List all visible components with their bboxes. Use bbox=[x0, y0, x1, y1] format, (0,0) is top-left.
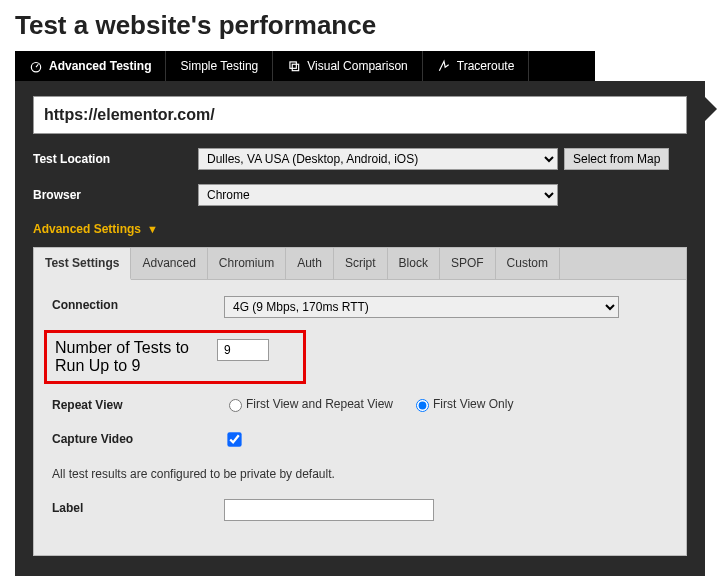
settings-box: Test Settings Advanced Chromium Auth Scr… bbox=[33, 247, 687, 556]
svg-point-0 bbox=[31, 63, 40, 72]
repeat-view-both-radio[interactable] bbox=[229, 399, 242, 412]
route-icon bbox=[437, 59, 451, 73]
repeat-view-first-option[interactable]: First View Only bbox=[411, 396, 513, 412]
tab-label: Advanced Testing bbox=[49, 59, 151, 73]
settings-body: Connection 4G (9 Mbps, 170ms RTT) Number… bbox=[34, 280, 686, 555]
triangle-down-icon: ▼ bbox=[147, 223, 158, 235]
tab-traceroute[interactable]: Traceroute bbox=[423, 51, 530, 81]
advanced-settings-label: Advanced Settings bbox=[33, 222, 141, 236]
repeat-view-group: First View and Repeat View First View On… bbox=[224, 396, 527, 412]
connection-label: Connection bbox=[52, 296, 224, 312]
page-title: Test a website's performance bbox=[15, 10, 720, 41]
capture-video-checkbox[interactable] bbox=[227, 432, 241, 446]
svg-rect-2 bbox=[290, 62, 296, 68]
num-tests-input[interactable] bbox=[217, 339, 269, 361]
repeat-view-first-radio[interactable] bbox=[416, 399, 429, 412]
tab-label: Traceroute bbox=[457, 59, 515, 73]
label-field-label: Label bbox=[52, 499, 224, 515]
subtab-spof[interactable]: SPOF bbox=[440, 248, 496, 279]
copy-icon bbox=[287, 59, 301, 73]
subtab-test-settings[interactable]: Test Settings bbox=[34, 248, 131, 280]
svg-rect-3 bbox=[293, 64, 299, 70]
tab-label: Visual Comparison bbox=[307, 59, 408, 73]
num-tests-label: Number of Tests to Run Up to 9 bbox=[55, 339, 217, 375]
location-select[interactable]: Dulles, VA USA (Desktop, Android, iOS) bbox=[198, 148, 558, 170]
capture-video-label: Capture Video bbox=[52, 430, 224, 446]
tab-visual-comparison[interactable]: Visual Comparison bbox=[273, 51, 423, 81]
advanced-settings-toggle[interactable]: Advanced Settings ▼ bbox=[33, 222, 158, 236]
connection-select[interactable]: 4G (9 Mbps, 170ms RTT) bbox=[224, 296, 619, 318]
location-label: Test Location bbox=[33, 152, 198, 166]
label-input[interactable] bbox=[224, 499, 434, 521]
private-note: All test results are configured to be pr… bbox=[52, 467, 668, 481]
browser-label: Browser bbox=[33, 188, 198, 202]
repeat-view-both-option[interactable]: First View and Repeat View bbox=[224, 396, 393, 412]
tab-label: Simple Testing bbox=[180, 59, 258, 73]
subtab-auth[interactable]: Auth bbox=[286, 248, 334, 279]
subtab-custom[interactable]: Custom bbox=[496, 248, 560, 279]
sub-tabs: Test Settings Advanced Chromium Auth Scr… bbox=[34, 248, 686, 280]
browser-select[interactable]: Chrome bbox=[198, 184, 558, 206]
subtab-chromium[interactable]: Chromium bbox=[208, 248, 286, 279]
svg-line-1 bbox=[36, 64, 38, 67]
select-from-map-button[interactable]: Select from Map bbox=[564, 148, 669, 170]
subtab-block[interactable]: Block bbox=[388, 248, 440, 279]
tab-advanced-testing[interactable]: Advanced Testing bbox=[15, 51, 166, 81]
url-input[interactable] bbox=[33, 96, 687, 134]
top-tabs: Advanced Testing Simple Testing Visual C… bbox=[15, 51, 595, 81]
repeat-view-label: Repeat View bbox=[52, 396, 224, 412]
num-tests-highlight: Number of Tests to Run Up to 9 bbox=[44, 330, 306, 384]
subtab-script[interactable]: Script bbox=[334, 248, 388, 279]
test-panel: Test Location Dulles, VA USA (Desktop, A… bbox=[15, 81, 705, 576]
tab-simple-testing[interactable]: Simple Testing bbox=[166, 51, 273, 81]
num-tests-hint: Up to 9 bbox=[89, 357, 141, 374]
panel-arrow-icon bbox=[705, 97, 717, 121]
gauge-icon bbox=[29, 59, 43, 73]
subtab-advanced[interactable]: Advanced bbox=[131, 248, 207, 279]
